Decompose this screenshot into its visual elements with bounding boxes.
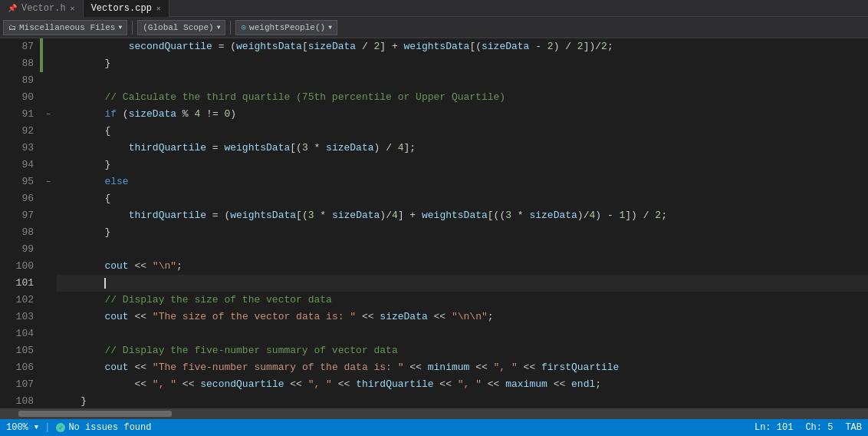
- editor: 8788899091929394959697989910010110210310…: [0, 38, 868, 419]
- line-num-103: 103: [3, 309, 34, 325]
- scrollbar-track[interactable]: [3, 411, 865, 417]
- project-dropdown-label: Miscellaneous Files: [19, 23, 115, 32]
- code-line-88[interactable]: }: [57, 55, 868, 72]
- status-issues: ✓ No issues found: [56, 422, 151, 433]
- tab-vector-h[interactable]: 📌 Vector.h ✕: [0, 0, 84, 17]
- collapse-btn-89: [43, 72, 54, 89]
- collapse-btn-100: [43, 258, 54, 275]
- status-left: 100% ▼ | ✓ No issues found: [6, 422, 748, 433]
- line-num-100: 100: [3, 258, 34, 275]
- code-line-89[interactable]: [57, 72, 868, 89]
- collapse-btn-99: [43, 241, 54, 258]
- horizontal-scrollbar[interactable]: [0, 408, 868, 419]
- zoom-arrow[interactable]: ▼: [35, 424, 38, 431]
- code-line-108[interactable]: }: [57, 393, 868, 408]
- pin-icon: 📌: [8, 4, 17, 13]
- line-num-90: 90: [3, 89, 34, 106]
- issues-icon: ✓: [56, 423, 65, 432]
- code-line-95[interactable]: else: [57, 173, 868, 190]
- collapse-btn-107: [43, 376, 54, 393]
- collapse-column: −−: [43, 38, 54, 408]
- func-dropdown-arrow: ▼: [328, 24, 332, 31]
- scope-dropdown-arrow: ▼: [217, 24, 221, 31]
- collapse-btn-105: [43, 342, 54, 359]
- tab-close-vectors-cpp[interactable]: ✕: [156, 4, 161, 13]
- code-line-92[interactable]: {: [57, 123, 868, 140]
- code-line-93[interactable]: thirdQuartile = weightsData[(3 * sizeDat…: [57, 140, 868, 157]
- project-dropdown[interactable]: 🗂 Miscellaneous Files ▼: [3, 20, 127, 35]
- code-line-94[interactable]: }: [57, 157, 868, 173]
- line-num-106: 106: [3, 359, 34, 376]
- code-line-98[interactable]: }: [57, 224, 868, 241]
- code-content[interactable]: secondQuartile = (weightsData[sizeData /…: [54, 38, 868, 408]
- line-num-108: 108: [3, 393, 34, 408]
- code-line-104[interactable]: [57, 325, 868, 342]
- collapse-btn-103: [43, 309, 54, 325]
- collapse-btn-88: [43, 55, 54, 72]
- tab-indicator: TAB: [845, 422, 862, 433]
- collapse-btn-102: [43, 292, 54, 309]
- code-line-107[interactable]: << ", " << secondQuartile << ", " << thi…: [57, 376, 868, 393]
- code-line-90[interactable]: // Calculate the third quartile (75th pe…: [57, 89, 868, 106]
- scope-dropdown-label: (Global Scope): [143, 23, 213, 32]
- line-num-101: 101: [3, 275, 34, 292]
- code-area[interactable]: 8788899091929394959697989910010110210310…: [0, 38, 868, 408]
- collapse-btn-96: [43, 190, 54, 207]
- code-line-106[interactable]: cout << "The five-number summary of the …: [57, 359, 868, 376]
- line-num-96: 96: [3, 190, 34, 207]
- collapse-btn-91[interactable]: −: [43, 106, 54, 123]
- func-icon: ⊙: [241, 22, 246, 32]
- scrollbar-thumb[interactable]: [18, 411, 172, 417]
- status-separator: |: [44, 422, 50, 433]
- tab-bar: 📌 Vector.h ✕ Vectors.cpp ✕: [0, 0, 868, 17]
- collapse-btn-90: [43, 89, 54, 106]
- cursor-position: Ln: 101: [755, 422, 793, 433]
- zoom-level[interactable]: 100%: [6, 422, 28, 433]
- collapse-btn-93: [43, 140, 54, 157]
- collapse-btn-92: [43, 123, 54, 140]
- collapse-btn-98: [43, 224, 54, 241]
- cursor-col: Ch: 5: [805, 422, 833, 433]
- line-num-92: 92: [3, 123, 34, 140]
- collapse-btn-94: [43, 157, 54, 173]
- toolbar: 🗂 Miscellaneous Files ▼ (Global Scope) ▼…: [0, 17, 868, 38]
- code-line-87[interactable]: secondQuartile = (weightsData[sizeData /…: [57, 38, 868, 55]
- collapse-btn-104: [43, 325, 54, 342]
- status-bar: 100% ▼ | ✓ No issues found Ln: 101 Ch: 5…: [0, 419, 868, 436]
- line-num-93: 93: [3, 140, 34, 157]
- code-line-97[interactable]: thirdQuartile = (weightsData[(3 * sizeDa…: [57, 207, 868, 224]
- scope-dropdown[interactable]: (Global Scope) ▼: [137, 20, 225, 35]
- line-numbers: 8788899091929394959697989910010110210310…: [0, 38, 40, 408]
- tab-vectors-cpp[interactable]: Vectors.cpp ✕: [84, 0, 169, 17]
- code-line-103[interactable]: cout << "The size of the vector data is:…: [57, 309, 868, 325]
- code-line-100[interactable]: cout << "\n";: [57, 258, 868, 275]
- status-right: Ln: 101 Ch: 5 TAB: [755, 422, 862, 433]
- line-num-94: 94: [3, 157, 34, 173]
- line-num-98: 98: [3, 224, 34, 241]
- tab-label-active: Vectors.cpp: [91, 3, 152, 14]
- line-num-104: 104: [3, 325, 34, 342]
- toolbar-separator-1: [132, 21, 133, 35]
- line-num-97: 97: [3, 207, 34, 224]
- code-line-96[interactable]: {: [57, 190, 868, 207]
- code-line-105[interactable]: // Display the five-number summary of ve…: [57, 342, 868, 359]
- tab-label: Vector.h: [21, 3, 66, 14]
- line-num-88: 88: [3, 55, 34, 72]
- tab-close-vector-h[interactable]: ✕: [71, 4, 75, 13]
- issues-text: No issues found: [68, 422, 151, 433]
- line-num-102: 102: [3, 292, 34, 309]
- collapse-btn-95[interactable]: −: [43, 173, 54, 190]
- func-dropdown-label: weightsPeople(): [249, 23, 325, 32]
- code-line-91[interactable]: if (sizeData % 4 != 0): [57, 106, 868, 123]
- code-line-101[interactable]: [57, 275, 868, 292]
- project-dropdown-arrow: ▼: [118, 24, 122, 31]
- line-num-99: 99: [3, 241, 34, 258]
- collapse-btn-106: [43, 359, 54, 376]
- line-num-95: 95: [3, 173, 34, 190]
- func-dropdown[interactable]: ⊙ weightsPeople() ▼: [235, 20, 337, 35]
- code-line-99[interactable]: [57, 241, 868, 258]
- collapse-btn-97: [43, 207, 54, 224]
- collapse-btn-101: [43, 275, 54, 292]
- code-line-102[interactable]: // Display the size of the vector data: [57, 292, 868, 309]
- collapse-btn-87: [43, 38, 54, 55]
